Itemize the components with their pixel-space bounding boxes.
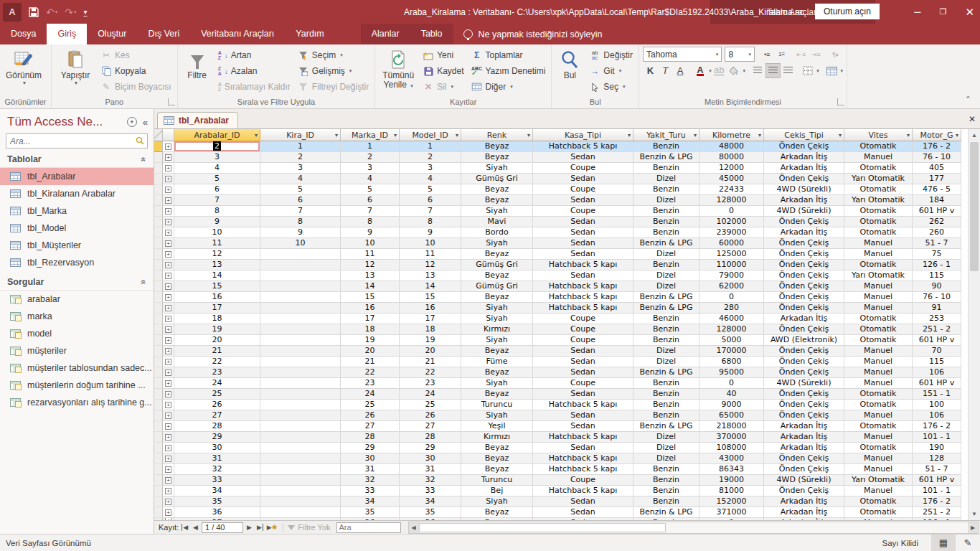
cell[interactable]: 100 xyxy=(913,400,961,410)
cell[interactable]: Otomatik xyxy=(844,335,913,346)
increase-indent-icon[interactable]: ⇥≡ xyxy=(809,47,823,62)
cell[interactable]: Sedan xyxy=(533,346,633,357)
numbering-icon[interactable]: 1≡ xyxy=(774,47,788,62)
cell[interactable]: 251 - 2 xyxy=(913,324,961,335)
cell[interactable] xyxy=(260,314,341,324)
cell[interactable]: 31 xyxy=(400,464,461,475)
first-record-button[interactable]: ◀ xyxy=(182,524,189,531)
cell[interactable]: Siyah xyxy=(461,314,533,324)
cell[interactable]: Manuel xyxy=(844,432,913,443)
cell[interactable] xyxy=(260,475,341,486)
cell[interactable]: Dizel xyxy=(633,453,699,464)
row-selector[interactable] xyxy=(154,443,163,453)
cell[interactable]: 34 xyxy=(174,486,260,496)
cell[interactable]: 28 xyxy=(174,421,260,432)
fill-color-button[interactable] xyxy=(727,63,742,78)
cell[interactable]: 35 xyxy=(341,507,400,518)
cell[interactable]: 60000 xyxy=(699,238,764,249)
cell[interactable]: 601 HP v xyxy=(913,378,961,389)
cell[interactable]: 14 xyxy=(341,281,400,292)
cell[interactable]: Önden Çekiş xyxy=(764,486,844,496)
sidebar-item-m-terilerin-do-um-tarihine-[interactable]: müşterilerin doğum tarihine ... xyxy=(0,377,154,394)
expand-row-button[interactable]: + xyxy=(163,217,174,227)
cell[interactable]: 32 xyxy=(174,464,260,475)
cell[interactable]: Siyah xyxy=(461,206,533,217)
row-selector[interactable] xyxy=(154,346,163,357)
cell[interactable]: 151 - 1 xyxy=(913,389,961,400)
dialog-launcher-icon[interactable] xyxy=(837,98,844,105)
cell[interactable]: Otomatik xyxy=(844,217,913,227)
restore-button[interactable]: ❐ xyxy=(940,7,947,17)
cell[interactable]: 13 xyxy=(341,270,400,281)
row-selector[interactable] xyxy=(154,378,163,389)
cell[interactable]: Otomatik xyxy=(844,496,913,507)
cell[interactable]: 35 xyxy=(400,507,461,518)
cell[interactable]: 33 xyxy=(174,475,260,486)
column-header-cekis_tipi[interactable]: Cekis_Tipi▾ xyxy=(764,129,844,141)
scroll-down-icon[interactable]: ▼ xyxy=(969,508,980,520)
cell[interactable]: 3 xyxy=(260,163,341,174)
cell[interactable]: Hatchback 5 kapı xyxy=(533,464,633,475)
cell[interactable]: 15 xyxy=(400,292,461,303)
row-selector[interactable] xyxy=(154,507,163,518)
row-selector[interactable] xyxy=(154,357,163,367)
cell[interactable] xyxy=(260,367,341,378)
cell[interactable]: Manuel xyxy=(844,486,913,496)
cell[interactable]: Arkadan İtiş xyxy=(764,496,844,507)
cell[interactable]: Bordo xyxy=(461,227,533,238)
cell[interactable] xyxy=(260,496,341,507)
paste-button[interactable]: Yapıştır ▼ xyxy=(55,47,95,96)
cell[interactable]: Bej xyxy=(461,486,533,496)
row-selector[interactable] xyxy=(154,238,163,249)
filter-dropdown-icon[interactable]: ▾ xyxy=(527,132,530,138)
cell[interactable]: Önden Çekiş xyxy=(764,270,844,281)
expand-row-button[interactable]: + xyxy=(163,281,174,292)
expand-row-button[interactable]: + xyxy=(163,400,174,410)
cell[interactable]: 251 - 2 xyxy=(913,507,961,518)
cell[interactable]: 601 HP v xyxy=(913,206,961,217)
cell[interactable]: 23 xyxy=(400,378,461,389)
sort-ascending-button[interactable]: AZ↓Artan xyxy=(216,47,293,63)
cell[interactable]: 22433 xyxy=(699,184,764,195)
font-color-button[interactable]: A xyxy=(692,63,707,78)
cell[interactable]: 36 xyxy=(174,507,260,518)
cell[interactable]: Beyaz xyxy=(461,389,533,400)
cell[interactable]: Coupe xyxy=(533,184,633,195)
cell[interactable]: 21 xyxy=(341,357,400,367)
cell[interactable]: Benzin xyxy=(633,314,699,324)
cell[interactable]: Coupe xyxy=(533,163,633,174)
cell[interactable] xyxy=(260,249,341,260)
cell[interactable]: Benzin xyxy=(633,378,699,389)
cell[interactable]: 91 xyxy=(913,303,961,314)
cell[interactable]: 32 xyxy=(341,475,400,486)
cell[interactable]: Sedan xyxy=(533,195,633,206)
expand-row-button[interactable]: + xyxy=(163,324,174,335)
row-selector[interactable] xyxy=(154,496,163,507)
expand-row-button[interactable]: + xyxy=(163,357,174,367)
scroll-right-icon[interactable]: ▶ xyxy=(968,524,978,531)
cell[interactable]: 30 xyxy=(400,453,461,464)
column-header-kira_id[interactable]: Kira_ID▾ xyxy=(260,129,341,141)
cell[interactable]: Arkadan İtiş xyxy=(764,443,844,453)
cell[interactable]: 6 xyxy=(341,195,400,206)
search-icon[interactable] xyxy=(133,135,147,148)
cell[interactable]: 22 xyxy=(174,357,260,367)
cell[interactable]: Otomatik xyxy=(844,141,913,152)
section-queries[interactable]: Sorgular« xyxy=(0,271,154,291)
row-selector[interactable] xyxy=(154,314,163,324)
remove-sort-button[interactable]: AZSıralamayı Kaldır xyxy=(216,79,293,95)
cell[interactable]: Arkadan İtiş xyxy=(764,152,844,163)
cell[interactable]: Yeşil xyxy=(461,421,533,432)
cell[interactable]: 35 xyxy=(174,496,260,507)
underline-button[interactable]: A xyxy=(673,63,688,78)
cell[interactable]: 7 xyxy=(341,206,400,217)
cell[interactable]: 101 - 1 xyxy=(913,432,961,443)
sidebar-item-rezarvasyonlar-al-tarihine-g-[interactable]: rezarvasyonları alış tarihine g... xyxy=(0,394,154,411)
cell[interactable]: Manuel xyxy=(844,292,913,303)
expand-row-button[interactable]: + xyxy=(163,464,174,475)
cell[interactable]: 30 xyxy=(174,443,260,453)
cell[interactable]: 18 xyxy=(174,314,260,324)
scroll-left-icon[interactable]: ◀ xyxy=(409,524,419,531)
find-button[interactable]: Bul xyxy=(555,47,584,96)
tab-tablo[interactable]: Tablo xyxy=(410,24,453,44)
